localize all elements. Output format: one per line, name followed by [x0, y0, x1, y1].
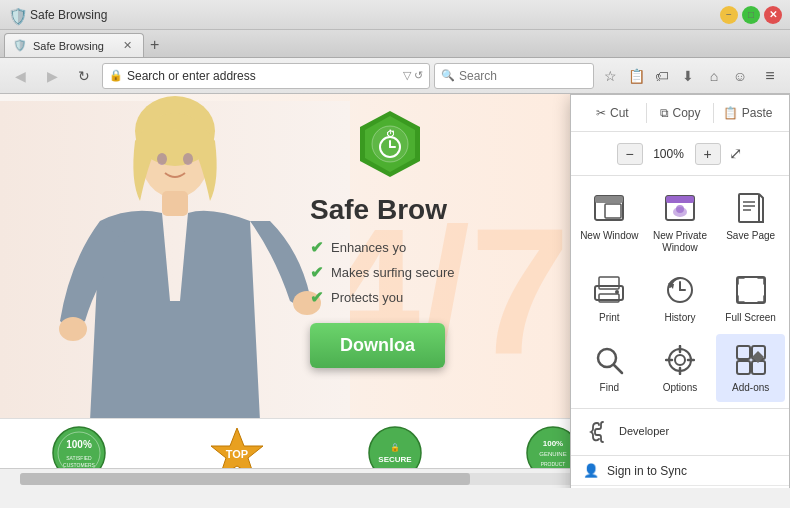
tab-close-button[interactable]: ✕ — [120, 38, 135, 53]
svg-rect-3 — [162, 191, 188, 216]
menu-zoom-section: − 100% + ⤢ — [571, 132, 789, 176]
developer-label: Developer — [619, 425, 669, 438]
paste-icon: 📋 — [723, 106, 738, 120]
copy-button[interactable]: ⧉ Copy — [647, 101, 714, 125]
sign-in-icon: 👤 — [583, 463, 599, 478]
refresh-icon[interactable]: ↺ — [414, 69, 423, 82]
cut-button[interactable]: ✂ Cut — [579, 101, 646, 125]
app-icon: 🛡️ — [8, 7, 24, 23]
menu-item-developer[interactable]: Developer — [579, 413, 781, 451]
bookmark-button[interactable]: ☆ — [598, 64, 622, 88]
sign-in-row[interactable]: 👤 Sign in to Sync — [571, 456, 789, 486]
svg-point-4 — [59, 317, 87, 341]
title-bar: 🛡️ Safe Browsing − □ ✕ — [0, 0, 790, 30]
minimize-button[interactable]: − — [720, 6, 738, 24]
svg-text:GENUINE: GENUINE — [539, 451, 566, 457]
toolbar-icons: ☆ 📋 🏷 ⬇ ⌂ ☺ — [598, 64, 752, 88]
svg-line-53 — [614, 365, 622, 373]
print-icon — [591, 272, 627, 308]
save-page-icon — [733, 190, 769, 226]
cut-icon: ✂ — [596, 106, 606, 120]
forward-button[interactable]: ▶ — [38, 62, 66, 90]
svg-rect-51 — [737, 277, 765, 303]
user-button[interactable]: ☺ — [728, 64, 752, 88]
paste-button[interactable]: 📋 Paste — [714, 101, 781, 125]
save-page-label: Save Page — [726, 230, 775, 242]
check-icon: ✔ — [310, 238, 323, 257]
menu-item-new-window[interactable]: New Window — [575, 182, 644, 262]
page-content: 24/7 — [0, 94, 790, 488]
firefox-menu: ✂ Cut ⧉ Copy 📋 Paste − 100% + — [570, 94, 790, 488]
svg-rect-34 — [605, 204, 621, 218]
svg-text:TOP: TOP — [225, 448, 247, 460]
print-label: Print — [599, 312, 620, 324]
svg-rect-62 — [737, 361, 750, 374]
maximize-button[interactable]: □ — [742, 6, 760, 24]
zoom-increase-button[interactable]: + — [695, 143, 721, 165]
new-private-window-label: New Private Window — [650, 230, 711, 254]
svg-text:🔒: 🔒 — [390, 442, 400, 452]
svg-rect-36 — [666, 196, 694, 203]
history-label: History — [664, 312, 695, 324]
svg-rect-33 — [595, 196, 623, 203]
developer-icon — [587, 418, 615, 446]
customize-row[interactable]: ✚ Customize — [571, 486, 789, 488]
window-title: Safe Browsing — [30, 8, 720, 22]
search-bar[interactable]: 🔍 — [434, 63, 594, 89]
close-button[interactable]: ✕ — [764, 6, 782, 24]
options-icon — [662, 342, 698, 378]
scrollbar-thumb[interactable] — [20, 473, 470, 485]
options-label: Options — [663, 382, 697, 394]
check-icon: ✔ — [310, 288, 323, 307]
add-ons-icon — [733, 342, 769, 378]
svg-rect-43 — [599, 277, 619, 289]
new-tab-button[interactable]: + — [144, 33, 165, 57]
tab-label: Safe Browsing — [33, 40, 104, 52]
download-button[interactable]: ⬇ — [676, 64, 700, 88]
svg-rect-60 — [737, 346, 750, 359]
menu-item-options[interactable]: Options — [646, 334, 715, 402]
address-input[interactable] — [127, 69, 399, 83]
menu-grid: New Window New Private Window — [571, 176, 789, 409]
download-button[interactable]: Downloa — [310, 323, 445, 368]
zoom-decrease-button[interactable]: − — [617, 143, 643, 165]
zoom-level: 100% — [649, 147, 689, 161]
reload-button[interactable]: ↻ — [70, 62, 98, 90]
hamburger-menu-button[interactable]: ≡ — [756, 62, 784, 90]
menu-item-new-private-window[interactable]: New Private Window — [646, 182, 715, 262]
svg-point-46 — [615, 290, 619, 294]
svg-text:100%: 100% — [542, 439, 562, 448]
find-icon — [591, 342, 627, 378]
fullscreen-button[interactable]: ⤢ — [727, 142, 744, 165]
address-bar[interactable]: 🔒 ▽ ↺ — [102, 63, 430, 89]
pocket-button[interactable]: 🏷 — [650, 64, 674, 88]
menu-item-find[interactable]: Find — [575, 334, 644, 402]
tab-favicon: 🛡️ — [13, 39, 27, 53]
svg-point-54 — [675, 355, 685, 365]
menu-item-add-ons[interactable]: Add-ons — [716, 334, 785, 402]
tab-bar: 🛡️ Safe Browsing ✕ + — [0, 30, 790, 58]
menu-item-save-page[interactable]: Save Page — [716, 182, 785, 262]
menu-item-history[interactable]: History — [646, 264, 715, 332]
add-ons-label: Add-ons — [732, 382, 769, 394]
back-button[interactable]: ◀ — [6, 62, 34, 90]
svg-text:SATISFIED: SATISFIED — [66, 455, 92, 461]
svg-point-6 — [157, 153, 167, 165]
reading-list-button[interactable]: 📋 — [624, 64, 648, 88]
search-input[interactable] — [459, 69, 609, 83]
new-window-label: New Window — [580, 230, 638, 242]
svg-point-7 — [183, 153, 193, 165]
home-button[interactable]: ⌂ — [702, 64, 726, 88]
menu-item-full-screen[interactable]: Full Screen — [716, 264, 785, 332]
search-icon: 🔍 — [441, 69, 455, 82]
copy-icon: ⧉ — [660, 106, 669, 120]
active-tab[interactable]: 🛡️ Safe Browsing ✕ — [4, 33, 144, 57]
svg-text:PRODUCT: PRODUCT — [540, 461, 565, 467]
history-icon — [662, 272, 698, 308]
menu-item-print[interactable]: Print — [575, 264, 644, 332]
window-controls: − □ ✕ — [720, 6, 782, 24]
svg-rect-39 — [739, 194, 759, 222]
svg-point-38 — [676, 205, 684, 213]
svg-text:SECURE: SECURE — [378, 455, 412, 464]
star-icon[interactable]: ▽ — [403, 69, 411, 82]
